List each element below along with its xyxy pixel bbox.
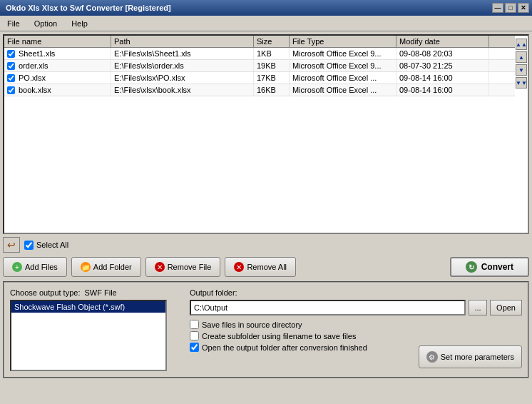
cell-size-3: 16KB — [254, 84, 290, 96]
cell-name-0: Sheet1.xls — [4, 48, 111, 59]
add-folder-icon: 📁 — [81, 262, 91, 272]
select-all-area: Select All — [24, 241, 68, 250]
set-params-button[interactable]: ⚙ Set more parameters — [419, 345, 522, 368]
menu-file[interactable]: File — [3, 18, 24, 29]
window-controls: — □ ✕ — [492, 3, 529, 13]
output-type-section: Choose output type: SWF File Shockwave F… — [10, 288, 181, 371]
scroll-top-button[interactable]: ▲▲ — [516, 39, 527, 50]
cell-type-2: Microsoft Office Excel ... — [290, 72, 397, 84]
table-row: PO.xlsx E:\Files\xlsx\PO.xlsx 17KB Micro… — [4, 72, 515, 84]
restore-button[interactable]: □ — [505, 3, 516, 13]
cell-date-1: 08-07-30 21:25 — [397, 60, 489, 71]
table-row: Sheet1.xls E:\Files\xls\Sheet1.xls 1KB M… — [4, 48, 515, 60]
title-bar: Okdo Xls Xlsx to Swf Converter [Register… — [0, 0, 532, 16]
file-list-panel: File name Path Size File Type Modify dat… — [3, 34, 529, 234]
browse-button[interactable]: ... — [469, 300, 487, 315]
cell-size-1: 19KB — [254, 60, 290, 71]
cell-size-2: 17KB — [254, 72, 290, 84]
row-checkbox-0[interactable] — [7, 50, 15, 58]
cell-path-2: E:\Files\xlsx\PO.xlsx — [111, 72, 254, 84]
add-folder-button[interactable]: 📁 Add Folder — [71, 257, 141, 277]
cell-date-2: 09-08-14 16:00 — [397, 72, 489, 84]
output-type-label: Choose output type: SWF File — [10, 288, 181, 297]
scroll-bottom-button[interactable]: ▼▼ — [516, 77, 527, 89]
remove-file-icon: ✕ — [155, 262, 165, 272]
checkbox-open-folder[interactable] — [190, 343, 199, 352]
col-moddate: Modify date — [397, 36, 489, 47]
select-all-label: Select All — [36, 241, 68, 249]
remove-file-button[interactable]: ✕ Remove File — [145, 257, 221, 277]
checkbox-row-1: Create subfolder using filename to save … — [190, 331, 522, 340]
file-table: File name Path Size File Type Modify dat… — [4, 36, 515, 233]
scroll-down-button[interactable]: ▼ — [516, 64, 527, 76]
cell-name-2: PO.xlsx — [4, 72, 111, 84]
table-row: order.xls E:\Files\xls\order.xls 19KB Mi… — [4, 60, 515, 72]
close-button[interactable]: ✕ — [518, 3, 529, 13]
cell-path-0: E:\Files\xls\Sheet1.xls — [111, 48, 254, 59]
cell-date-3: 09-08-14 16:00 — [397, 84, 489, 96]
col-filename: File name — [4, 36, 111, 47]
checkbox-row-0: Save files in source directory — [190, 320, 522, 329]
menu-help[interactable]: Help — [67, 18, 92, 29]
buttons-row: + Add Files 📁 Add Folder ✕ Remove File ✕… — [3, 257, 529, 277]
checkbox-row-2: Open the output folder after conversion … — [190, 343, 367, 352]
listbox-item-swf[interactable]: Shockwave Flash Object (*.swf) — [11, 301, 165, 313]
checkbox-save-source[interactable] — [190, 320, 199, 329]
folder-row: ... Open — [190, 300, 522, 315]
col-filetype: File Type — [290, 36, 397, 47]
file-rows: Sheet1.xls E:\Files\xls\Sheet1.xls 1KB M… — [4, 48, 515, 96]
cell-name-3: book.xlsx — [4, 84, 111, 96]
menu-option[interactable]: Option — [30, 18, 61, 29]
table-row: book.xlsx E:\Files\xlsx\book.xlsx 16KB M… — [4, 84, 515, 96]
remove-all-button[interactable]: ✕ Remove All — [225, 257, 296, 277]
cell-type-1: Microsoft Office Excel 9... — [290, 60, 397, 71]
output-folder-section: Output folder: ... Open Save files in so… — [190, 288, 522, 371]
convert-button[interactable]: ↻ Convert — [450, 257, 529, 277]
toolbar-left: ↩ Select All — [3, 237, 68, 253]
row-checkbox-3[interactable] — [7, 86, 15, 94]
main-content: File name Path Size File Type Modify dat… — [0, 31, 532, 404]
add-files-button[interactable]: + Add Files — [3, 257, 67, 277]
minimize-button[interactable]: — — [492, 3, 503, 13]
col-size: Size — [254, 36, 290, 47]
cell-size-0: 1KB — [254, 48, 290, 59]
cell-type-3: Microsoft Office Excel ... — [290, 84, 397, 96]
cell-path-1: E:\Files\xls\order.xls — [111, 60, 254, 71]
options-panel: Choose output type: SWF File Shockwave F… — [3, 281, 529, 378]
select-all-checkbox[interactable] — [24, 241, 34, 250]
remove-all-icon: ✕ — [234, 262, 244, 272]
open-button[interactable]: Open — [490, 300, 522, 315]
cell-name-1: order.xls — [4, 60, 111, 71]
col-path: Path — [111, 36, 254, 47]
row-checkbox-1[interactable] — [7, 62, 15, 70]
folder-input[interactable] — [190, 300, 466, 315]
gear-icon: ⚙ — [426, 351, 438, 363]
convert-icon: ↻ — [466, 261, 477, 273]
window-title: Okdo Xls Xlsx to Swf Converter [Register… — [6, 4, 171, 12]
menu-bar: File Option Help — [0, 16, 532, 31]
scroll-up-button[interactable]: ▲ — [516, 51, 527, 63]
type-listbox[interactable]: Shockwave Flash Object (*.swf) — [10, 300, 167, 371]
table-header: File name Path Size File Type Modify dat… — [4, 36, 515, 48]
bottom-row: Open the output folder after conversion … — [190, 343, 522, 368]
add-files-icon: + — [12, 262, 22, 272]
cell-date-0: 09-08-08 20:03 — [397, 48, 489, 59]
row-checkbox-2[interactable] — [7, 74, 15, 82]
cell-path-3: E:\Files\xlsx\book.xlsx — [111, 84, 254, 96]
scroll-arrows: ▲▲ ▲ ▼ ▼▼ — [515, 36, 528, 233]
folder-label: Output folder: — [190, 288, 522, 297]
cell-type-0: Microsoft Office Excel 9... — [290, 48, 397, 59]
back-button[interactable]: ↩ — [3, 237, 20, 253]
checkbox-subfolder[interactable] — [190, 331, 199, 340]
toolbar-area: ↩ Select All — [3, 237, 529, 253]
